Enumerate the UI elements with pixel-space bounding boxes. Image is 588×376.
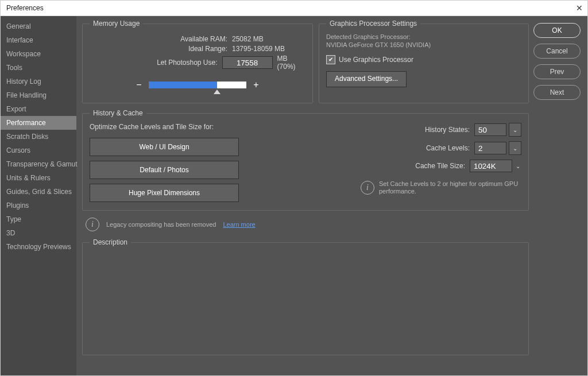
available-ram-label: Available RAM: [90, 35, 227, 43]
cache-levels-input[interactable] [474, 142, 506, 154]
preferences-window: Preferences ✕ GeneralInterfaceWorkspaceT… [0, 0, 588, 376]
minus-icon[interactable]: − [134, 80, 144, 90]
sidebar-item-transparency-gamut[interactable]: Transparency & Gamut [1, 157, 76, 171]
sidebar-item-export[interactable]: Export [1, 102, 76, 116]
sidebar-item-technology-previews[interactable]: Technology Previews [1, 240, 76, 254]
window-title: Preferences [6, 4, 44, 12]
sidebar-item-scratch-disks[interactable]: Scratch Disks [1, 130, 76, 144]
let-photoshop-use-label: Let Photoshop Use: [90, 59, 218, 67]
cache-levels-label: Cache Levels: [426, 144, 470, 152]
close-icon[interactable]: ✕ [575, 3, 584, 13]
preset-default-photos-button[interactable]: Default / Photos [90, 161, 239, 179]
cancel-button[interactable]: Cancel [533, 44, 581, 59]
plus-icon[interactable]: + [251, 80, 261, 90]
chevron-down-icon[interactable]: ⌄ [509, 123, 521, 137]
history-cache-legend: History & Cache [90, 109, 146, 117]
ideal-range-label: Ideal Range: [90, 45, 227, 53]
use-gpu-checkbox[interactable] [326, 55, 335, 64]
sidebar-item-general[interactable]: General [1, 20, 76, 33]
sidebar-item-guides-grid-slices[interactable]: Guides, Grid & Slices [1, 185, 76, 199]
sidebar-item-history-log[interactable]: History Log [1, 75, 76, 88]
advanced-settings-button[interactable]: Advanced Settings... [326, 71, 407, 87]
sidebar-item-interface[interactable]: Interface [1, 33, 76, 47]
ok-button[interactable]: OK [533, 23, 581, 38]
sidebar-item-3d[interactable]: 3D [1, 226, 76, 240]
next-button[interactable]: Next [533, 85, 581, 100]
history-cache-group: History & Cache Optimize Cache Levels an… [82, 109, 529, 211]
sidebar-item-workspace[interactable]: Workspace [1, 47, 76, 61]
history-states-label: History States: [425, 126, 470, 134]
slider-thumb-icon[interactable] [214, 90, 220, 94]
sidebar-item-file-handling[interactable]: File Handling [1, 88, 76, 102]
photoshop-use-input[interactable] [222, 56, 273, 69]
learn-more-link[interactable]: Learn more [223, 221, 255, 228]
preset-web-ui-button[interactable]: Web / UI Design [90, 138, 239, 156]
info-icon: i [86, 218, 99, 231]
photoshop-use-suffix: MB (70%) [277, 55, 305, 71]
detected-gpu-value: NVIDIA GeForce GTX 1650 (NVIDIA) [326, 41, 521, 48]
ideal-range-value: 13795-18059 MB [232, 45, 285, 53]
sidebar-item-units-rulers[interactable]: Units & Rulers [1, 171, 76, 185]
cache-tile-size-select[interactable] [470, 160, 512, 172]
chevron-down-icon[interactable]: ⌄ [514, 160, 521, 172]
available-ram-value: 25082 MB [232, 35, 264, 43]
graphics-legend: Graphics Processor Settings [326, 20, 420, 28]
legacy-compositing-notice: i Legacy compositing has been removed Le… [86, 218, 529, 231]
info-icon: i [361, 181, 374, 195]
cache-info-text: Set Cache Levels to 2 or higher for opti… [379, 180, 521, 195]
sidebar-item-performance[interactable]: Performance [1, 116, 76, 130]
sidebar-item-tools[interactable]: Tools [1, 61, 76, 75]
use-gpu-label: Use Graphics Processor [339, 56, 413, 64]
sidebar-item-type[interactable]: Type [1, 212, 76, 226]
optimize-cache-label: Optimize Cache Levels and Tile Size for: [90, 123, 239, 131]
legacy-message: Legacy compositing has been removed [106, 221, 216, 228]
history-states-input[interactable] [474, 123, 506, 136]
preferences-sidebar: GeneralInterfaceWorkspaceToolsHistory Lo… [1, 16, 76, 375]
sidebar-item-cursors[interactable]: Cursors [1, 144, 76, 157]
memory-slider[interactable] [149, 82, 246, 88]
dialog-buttons: OK Cancel Prev Next [533, 20, 584, 372]
description-legend: Description [90, 238, 131, 246]
memory-usage-legend: Memory Usage [90, 20, 143, 28]
sidebar-item-plugins[interactable]: Plugins [1, 199, 76, 212]
detected-gpu-label: Detected Graphics Processor: [326, 33, 521, 40]
description-group: Description [82, 238, 529, 355]
graphics-processor-group: Graphics Processor Settings Detected Gra… [319, 20, 529, 103]
chevron-down-icon[interactable]: ⌄ [509, 141, 521, 155]
titlebar: Preferences ✕ [1, 1, 587, 16]
prev-button[interactable]: Prev [533, 64, 581, 79]
preset-huge-pixel-button[interactable]: Huge Pixel Dimensions [90, 184, 239, 202]
memory-usage-group: Memory Usage Available RAM: 25082 MB Ide… [82, 20, 313, 103]
cache-tile-size-label: Cache Tile Size: [415, 162, 465, 170]
